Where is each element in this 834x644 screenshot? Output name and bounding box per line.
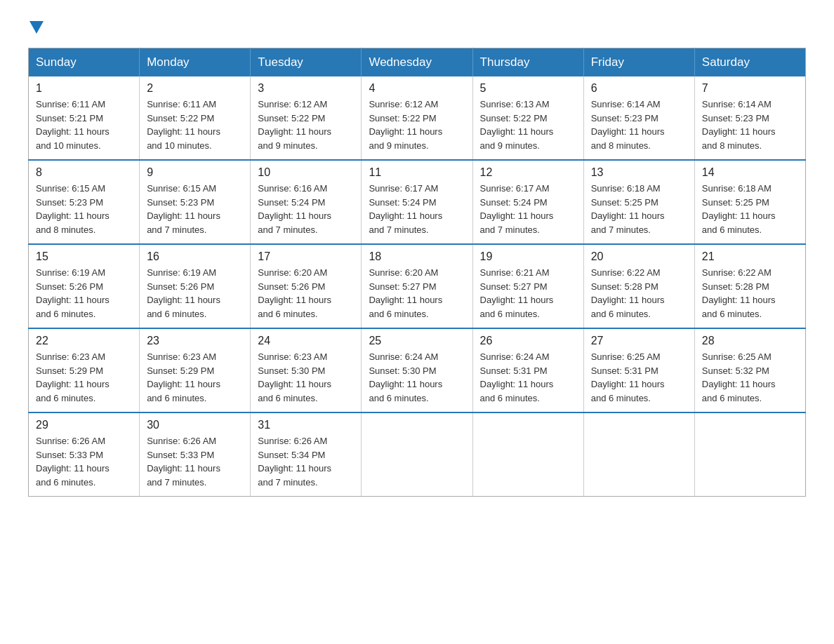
calendar-table: SundayMondayTuesdayWednesdayThursdayFrid… xyxy=(28,48,806,497)
calendar-cell: 26 Sunrise: 6:24 AM Sunset: 5:31 PM Dayl… xyxy=(472,328,583,412)
calendar-cell: 11 Sunrise: 6:17 AM Sunset: 5:24 PM Dayl… xyxy=(362,160,472,244)
calendar-cell xyxy=(694,412,805,497)
calendar-cell: 25 Sunrise: 6:24 AM Sunset: 5:30 PM Dayl… xyxy=(362,328,472,412)
day-info: Sunrise: 6:26 AM Sunset: 5:33 PM Dayligh… xyxy=(147,434,243,489)
calendar-week-row: 1 Sunrise: 6:11 AM Sunset: 5:21 PM Dayli… xyxy=(29,76,806,160)
day-number: 11 xyxy=(369,166,465,179)
day-info: Sunrise: 6:19 AM Sunset: 5:26 PM Dayligh… xyxy=(147,266,243,321)
day-info: Sunrise: 6:14 AM Sunset: 5:23 PM Dayligh… xyxy=(702,98,798,152)
day-info: Sunrise: 6:22 AM Sunset: 5:28 PM Dayligh… xyxy=(702,266,798,321)
day-number: 14 xyxy=(702,166,798,179)
calendar-cell: 12 Sunrise: 6:17 AM Sunset: 5:24 PM Dayl… xyxy=(472,160,583,244)
day-info: Sunrise: 6:14 AM Sunset: 5:23 PM Dayligh… xyxy=(591,98,687,152)
calendar-cell: 7 Sunrise: 6:14 AM Sunset: 5:23 PM Dayli… xyxy=(694,76,805,160)
day-info: Sunrise: 6:21 AM Sunset: 5:27 PM Dayligh… xyxy=(480,266,576,321)
day-number: 9 xyxy=(147,166,243,179)
day-info: Sunrise: 6:24 AM Sunset: 5:31 PM Dayligh… xyxy=(480,350,576,405)
day-number: 17 xyxy=(258,250,354,263)
logo xyxy=(28,21,45,34)
day-number: 25 xyxy=(369,335,465,347)
day-of-week-header: Monday xyxy=(140,48,251,77)
calendar-cell: 20 Sunrise: 6:22 AM Sunset: 5:28 PM Dayl… xyxy=(583,244,694,328)
day-info: Sunrise: 6:23 AM Sunset: 5:29 PM Dayligh… xyxy=(36,350,132,405)
calendar-cell xyxy=(472,412,583,497)
calendar-cell: 30 Sunrise: 6:26 AM Sunset: 5:33 PM Dayl… xyxy=(140,412,251,497)
calendar-cell: 3 Sunrise: 6:12 AM Sunset: 5:22 PM Dayli… xyxy=(251,76,362,160)
day-number: 2 xyxy=(147,82,243,95)
day-info: Sunrise: 6:23 AM Sunset: 5:29 PM Dayligh… xyxy=(147,350,243,405)
day-info: Sunrise: 6:12 AM Sunset: 5:22 PM Dayligh… xyxy=(258,98,354,152)
day-info: Sunrise: 6:25 AM Sunset: 5:32 PM Dayligh… xyxy=(702,350,798,405)
day-number: 8 xyxy=(36,166,132,179)
day-number: 5 xyxy=(480,82,576,95)
calendar-cell: 14 Sunrise: 6:18 AM Sunset: 5:25 PM Dayl… xyxy=(694,160,805,244)
day-info: Sunrise: 6:15 AM Sunset: 5:23 PM Dayligh… xyxy=(147,182,243,236)
days-of-week-row: SundayMondayTuesdayWednesdayThursdayFrid… xyxy=(29,48,806,77)
day-of-week-header: Thursday xyxy=(472,48,583,77)
calendar-cell xyxy=(583,412,694,497)
day-number: 12 xyxy=(480,166,576,179)
day-info: Sunrise: 6:18 AM Sunset: 5:25 PM Dayligh… xyxy=(702,182,798,236)
day-number: 3 xyxy=(258,82,354,95)
day-number: 1 xyxy=(36,82,132,95)
calendar-cell: 27 Sunrise: 6:25 AM Sunset: 5:31 PM Dayl… xyxy=(583,328,694,412)
logo-triangle-icon xyxy=(29,21,44,34)
day-info: Sunrise: 6:17 AM Sunset: 5:24 PM Dayligh… xyxy=(480,182,576,236)
day-of-week-header: Tuesday xyxy=(251,48,362,77)
day-info: Sunrise: 6:17 AM Sunset: 5:24 PM Dayligh… xyxy=(369,182,465,236)
calendar-cell: 28 Sunrise: 6:25 AM Sunset: 5:32 PM Dayl… xyxy=(694,328,805,412)
calendar-cell: 8 Sunrise: 6:15 AM Sunset: 5:23 PM Dayli… xyxy=(29,160,140,244)
calendar-cell: 18 Sunrise: 6:20 AM Sunset: 5:27 PM Dayl… xyxy=(362,244,472,328)
calendar-cell: 16 Sunrise: 6:19 AM Sunset: 5:26 PM Dayl… xyxy=(140,244,251,328)
calendar-header: SundayMondayTuesdayWednesdayThursdayFrid… xyxy=(29,48,806,77)
day-number: 19 xyxy=(480,250,576,263)
day-number: 27 xyxy=(591,335,687,347)
day-info: Sunrise: 6:12 AM Sunset: 5:22 PM Dayligh… xyxy=(369,98,465,152)
calendar-cell: 29 Sunrise: 6:26 AM Sunset: 5:33 PM Dayl… xyxy=(29,412,140,497)
day-info: Sunrise: 6:11 AM Sunset: 5:21 PM Dayligh… xyxy=(36,98,132,152)
day-number: 13 xyxy=(591,166,687,179)
calendar-cell: 4 Sunrise: 6:12 AM Sunset: 5:22 PM Dayli… xyxy=(362,76,472,160)
calendar-week-row: 29 Sunrise: 6:26 AM Sunset: 5:33 PM Dayl… xyxy=(29,412,806,497)
day-info: Sunrise: 6:18 AM Sunset: 5:25 PM Dayligh… xyxy=(591,182,687,236)
calendar-cell: 9 Sunrise: 6:15 AM Sunset: 5:23 PM Dayli… xyxy=(140,160,251,244)
day-info: Sunrise: 6:11 AM Sunset: 5:22 PM Dayligh… xyxy=(147,98,243,152)
calendar-week-row: 8 Sunrise: 6:15 AM Sunset: 5:23 PM Dayli… xyxy=(29,160,806,244)
calendar-cell: 6 Sunrise: 6:14 AM Sunset: 5:23 PM Dayli… xyxy=(583,76,694,160)
day-number: 4 xyxy=(369,82,465,95)
calendar-cell: 22 Sunrise: 6:23 AM Sunset: 5:29 PM Dayl… xyxy=(29,328,140,412)
day-number: 16 xyxy=(147,250,243,263)
day-info: Sunrise: 6:26 AM Sunset: 5:34 PM Dayligh… xyxy=(258,434,354,489)
calendar-cell: 23 Sunrise: 6:23 AM Sunset: 5:29 PM Dayl… xyxy=(140,328,251,412)
day-number: 29 xyxy=(36,419,132,431)
calendar-cell xyxy=(362,412,472,497)
calendar-cell: 2 Sunrise: 6:11 AM Sunset: 5:22 PM Dayli… xyxy=(140,76,251,160)
calendar-week-row: 15 Sunrise: 6:19 AM Sunset: 5:26 PM Dayl… xyxy=(29,244,806,328)
day-number: 20 xyxy=(591,250,687,263)
day-info: Sunrise: 6:15 AM Sunset: 5:23 PM Dayligh… xyxy=(36,182,132,236)
calendar-cell: 21 Sunrise: 6:22 AM Sunset: 5:28 PM Dayl… xyxy=(694,244,805,328)
day-info: Sunrise: 6:22 AM Sunset: 5:28 PM Dayligh… xyxy=(591,266,687,321)
day-number: 15 xyxy=(36,250,132,263)
calendar-week-row: 22 Sunrise: 6:23 AM Sunset: 5:29 PM Dayl… xyxy=(29,328,806,412)
day-info: Sunrise: 6:25 AM Sunset: 5:31 PM Dayligh… xyxy=(591,350,687,405)
calendar-cell: 15 Sunrise: 6:19 AM Sunset: 5:26 PM Dayl… xyxy=(29,244,140,328)
calendar-cell: 17 Sunrise: 6:20 AM Sunset: 5:26 PM Dayl… xyxy=(251,244,362,328)
calendar-cell: 1 Sunrise: 6:11 AM Sunset: 5:21 PM Dayli… xyxy=(29,76,140,160)
day-of-week-header: Saturday xyxy=(694,48,805,77)
day-info: Sunrise: 6:16 AM Sunset: 5:24 PM Dayligh… xyxy=(258,182,354,236)
day-info: Sunrise: 6:26 AM Sunset: 5:33 PM Dayligh… xyxy=(36,434,132,489)
calendar-cell: 10 Sunrise: 6:16 AM Sunset: 5:24 PM Dayl… xyxy=(251,160,362,244)
day-number: 30 xyxy=(147,419,243,431)
calendar-cell: 13 Sunrise: 6:18 AM Sunset: 5:25 PM Dayl… xyxy=(583,160,694,244)
day-number: 24 xyxy=(258,335,354,347)
day-number: 21 xyxy=(702,250,798,263)
day-of-week-header: Wednesday xyxy=(362,48,472,77)
day-number: 26 xyxy=(480,335,576,347)
calendar-cell: 24 Sunrise: 6:23 AM Sunset: 5:30 PM Dayl… xyxy=(251,328,362,412)
day-info: Sunrise: 6:19 AM Sunset: 5:26 PM Dayligh… xyxy=(36,266,132,321)
day-of-week-header: Friday xyxy=(583,48,694,77)
day-info: Sunrise: 6:13 AM Sunset: 5:22 PM Dayligh… xyxy=(480,98,576,152)
day-info: Sunrise: 6:20 AM Sunset: 5:27 PM Dayligh… xyxy=(369,266,465,321)
day-number: 6 xyxy=(591,82,687,95)
